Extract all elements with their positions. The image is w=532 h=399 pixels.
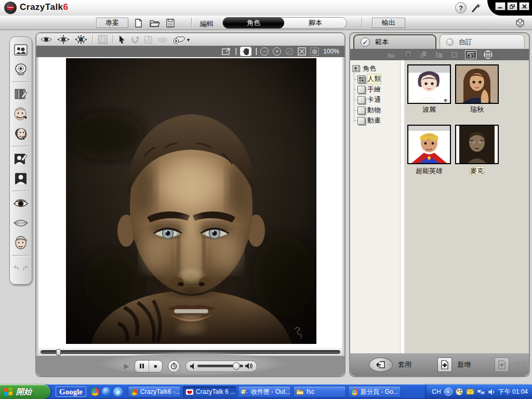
clock[interactable]: 下午 01:04 [498, 388, 528, 396]
thumbnail-label-polly[interactable]: 波麗 [407, 105, 451, 114]
character-profile-button[interactable] [12, 170, 30, 188]
zoom-region-button[interactable] [310, 47, 319, 56]
library-delete-button[interactable] [450, 51, 458, 59]
import-image-button[interactable] [12, 41, 30, 59]
volume-tray-icon[interactable] [488, 389, 495, 395]
taskbar-window-5[interactable]: 新分頁 - Go... [348, 386, 401, 397]
taskbar-window-3[interactable]: 收件匣 - Out... [238, 386, 291, 397]
ie-quicklaunch-icon[interactable]: e [113, 387, 123, 396]
resize-window-tool[interactable] [222, 47, 231, 56]
tree-scrollbar[interactable] [400, 60, 404, 355]
library-view-button[interactable] [466, 51, 476, 59]
portrait-photo[interactable] [66, 58, 316, 344]
pause-button[interactable] [135, 361, 149, 372]
tree-item-animal[interactable]: 動物 [357, 105, 400, 115]
taskbar-window-1[interactable]: CrazyTalk6 -... [128, 386, 181, 397]
add-button[interactable] [437, 357, 452, 372]
timer-button[interactable] [168, 360, 180, 373]
chrome-quicklaunch-icon[interactable] [90, 387, 100, 396]
library-open-button[interactable] [387, 51, 397, 59]
zoom-in-button[interactable]: + [273, 47, 281, 56]
timeline-thumb[interactable] [56, 349, 61, 356]
image-processing-button[interactable] [12, 86, 30, 103]
google-quicklaunch[interactable]: Google [56, 387, 86, 397]
mouth-settings-button[interactable] [12, 215, 30, 232]
language-indicator[interactable]: CH [432, 388, 441, 395]
dice-random-button[interactable] [514, 17, 526, 29]
tree-item-sketch[interactable]: 手繪 [357, 84, 400, 95]
eye-open-tool[interactable] [41, 36, 52, 43]
redo-button[interactable] [21, 259, 30, 277]
open-project-button[interactable] [150, 19, 160, 27]
tree-item-animation[interactable]: 動畫 [357, 115, 400, 126]
edit-character-button[interactable] [12, 150, 30, 168]
close-button[interactable] [520, 3, 529, 10]
save-project-button[interactable] [166, 19, 175, 28]
library-paste-button[interactable] [435, 50, 443, 59]
library-cut-button[interactable] [404, 50, 412, 59]
select-cursor-tool[interactable] [118, 35, 126, 44]
frame-preview-tool[interactable] [98, 35, 108, 44]
zoom-out-button[interactable]: − [260, 47, 269, 56]
project-button[interactable]: 專案 [96, 18, 128, 28]
webcam-capture-button[interactable] [12, 61, 30, 78]
output-button[interactable]: 輸出 [372, 18, 405, 28]
apply-button[interactable] [369, 357, 393, 372]
thumbnail-rachel[interactable] [455, 64, 499, 104]
background-tool[interactable] [144, 36, 152, 44]
network-tray-icon[interactable] [477, 389, 485, 395]
eye-settings-button[interactable] [12, 195, 30, 212]
thumbnail-superhero[interactable] [407, 125, 451, 164]
eye-detail-points-tool[interactable] [75, 35, 87, 44]
restore-button[interactable] [508, 3, 517, 10]
eye-points-tool[interactable] [57, 35, 70, 44]
toolbar-separator [362, 18, 362, 28]
color-settings-tray-icon[interactable] [456, 388, 463, 395]
zoom-disabled-button[interactable] [285, 47, 294, 56]
overwrite-button[interactable] [495, 357, 509, 372]
undo-button[interactable] [12, 259, 20, 277]
rotate-tool[interactable] [131, 35, 139, 44]
tray-collapse-button[interactable]: < [444, 388, 453, 396]
fit-view-button[interactable] [298, 47, 306, 56]
volume-knob[interactable] [233, 362, 240, 370]
lips-preview-tool[interactable] [157, 37, 168, 43]
outlook-icon [241, 389, 248, 395]
start-button[interactable]: 開始 [0, 384, 50, 399]
taskbar-window-2[interactable]: CrazyTalk 6 ... [183, 386, 236, 397]
lipsync-play-tool[interactable]: ▾ [173, 35, 190, 44]
tab-character[interactable]: 角色 [223, 17, 284, 29]
head-settings-button[interactable] [12, 234, 30, 252]
tab-template[interactable]: ✓ 範本 [353, 34, 436, 49]
edit-mode-label[interactable]: 編輯 [200, 19, 214, 29]
main-toolbar: 專案 編輯 角色 腳本 輸出 [0, 16, 532, 30]
taskbar-window-4[interactable]: fsc [293, 386, 346, 397]
thumbnail-label-superhero[interactable]: 超能英雄 [407, 166, 451, 176]
tree-item-human[interactable]: 人類 [357, 74, 400, 84]
thumbnail-label-mike[interactable]: 麥克 [455, 166, 499, 176]
help-button[interactable]: ? [455, 2, 467, 14]
mask-edit-button[interactable] [12, 125, 30, 143]
library-copy-button[interactable] [419, 50, 428, 59]
library-actions: 套用 新增 覆蓋 [350, 353, 529, 376]
minimize-button[interactable] [496, 3, 505, 10]
new-project-button[interactable] [134, 19, 143, 28]
stop-button[interactable]: ■ [149, 361, 162, 372]
thumbnail-label-rachel[interactable]: 瑞秋 [455, 105, 499, 114]
volume-track[interactable] [197, 365, 243, 367]
fitting-points-button[interactable] [12, 105, 30, 123]
mail-tray-icon[interactable] [467, 389, 474, 395]
canvas-workspace[interactable] [38, 57, 342, 348]
tree-item-cartoon[interactable]: 卡通 [357, 95, 400, 105]
overwrite-label: 覆蓋 [514, 360, 528, 369]
thumbnail-polly[interactable] [407, 64, 451, 104]
play-button[interactable]: ▶ [124, 362, 129, 370]
thumbnail-mike[interactable] [455, 125, 499, 164]
tab-custom[interactable]: 自訂 [440, 34, 525, 49]
library-save-button[interactable] [483, 50, 493, 60]
preference-wand-button[interactable] [470, 2, 483, 14]
pan-hand-tool[interactable] [240, 47, 251, 56]
media-player-quicklaunch-icon[interactable] [102, 387, 111, 396]
tree-root-item[interactable]: 角色 [352, 63, 400, 74]
tab-script[interactable]: 腳本 [284, 17, 347, 29]
